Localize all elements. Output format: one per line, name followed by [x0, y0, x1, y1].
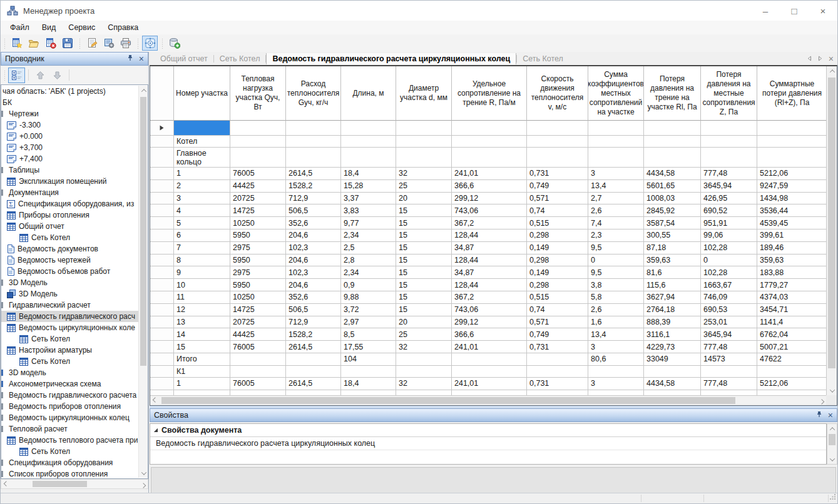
grid-cell[interactable]: 0,149 — [527, 266, 588, 279]
grid-cell[interactable]: 15 — [396, 266, 452, 279]
grid-cell[interactable]: 18,4 — [341, 168, 396, 180]
grid-cell[interactable] — [757, 390, 826, 395]
grid-cell[interactable]: 399,61 — [757, 229, 826, 242]
grid-cell[interactable] — [174, 390, 230, 395]
grid-cell[interactable]: 0 — [588, 255, 644, 267]
tree-item[interactable]: Чертежи — [1, 108, 138, 119]
grid-cell[interactable] — [701, 390, 757, 395]
new-report-icon[interactable] — [9, 36, 24, 51]
tree-item[interactable]: -3.300 — [1, 119, 138, 131]
scrollbar-thumb[interactable] — [161, 397, 735, 404]
grid-cell[interactable]: 299,12 — [452, 316, 527, 329]
scroll-up-icon[interactable] — [827, 424, 837, 433]
row-header-cell[interactable] — [150, 242, 174, 255]
grid-cell[interactable]: 3645,94 — [701, 180, 757, 193]
grid-cell[interactable]: 0,74 — [527, 304, 588, 316]
grid-cell[interactable]: 367,2 — [452, 291, 527, 304]
grid-cell[interactable]: 44425 — [230, 180, 286, 193]
grid-cell[interactable] — [341, 148, 396, 168]
tree-item[interactable]: +3,700 — [1, 142, 138, 153]
grid-cell[interactable]: 0,298 — [527, 255, 588, 267]
grid-cell[interactable]: 14725 — [230, 204, 286, 217]
grid-cell[interactable] — [701, 148, 757, 168]
grid-cell[interactable] — [644, 390, 701, 395]
grid-cell[interactable]: 0,749 — [527, 180, 588, 193]
grid-cell[interactable]: 951,91 — [701, 217, 757, 229]
grid-cell[interactable] — [701, 121, 757, 136]
grid-cell[interactable]: 3 — [588, 168, 644, 180]
resize-grip-icon[interactable] — [829, 493, 836, 502]
row-header-cell[interactable] — [150, 378, 174, 390]
grid-cell[interactable]: 15 — [396, 279, 452, 291]
grid-cell[interactable]: 2764,18 — [644, 304, 701, 316]
grid-cell[interactable] — [588, 390, 644, 395]
move-up-button[interactable] — [32, 68, 49, 83]
grid-cell[interactable]: 15 — [396, 242, 452, 255]
grid-cell[interactable] — [230, 148, 286, 168]
grid-cell[interactable] — [527, 390, 588, 395]
grid-cell[interactable]: 2,6 — [588, 204, 644, 217]
grid-cell[interactable]: Котел — [174, 136, 230, 148]
grid-cell[interactable] — [286, 121, 341, 136]
grid-cell[interactable]: 183,88 — [757, 266, 826, 279]
tree-item[interactable]: Сеть Котел — [1, 232, 138, 243]
menu-item[interactable]: Справка — [101, 22, 145, 33]
tree-item[interactable]: 3D Модель — [1, 288, 138, 300]
column-header[interactable]: Удельное сопротивление на трение R, Па/м — [452, 66, 527, 121]
tree-item[interactable]: +0.000 — [1, 131, 138, 142]
grid-cell[interactable]: 3 — [588, 378, 644, 390]
grid-cell[interactable]: 4374,03 — [757, 291, 826, 304]
close-panel-icon[interactable]: × — [828, 412, 833, 418]
grid-cell[interactable]: 0 — [701, 255, 757, 267]
grid-cell[interactable] — [396, 390, 452, 395]
grid-cell[interactable] — [396, 121, 452, 136]
tree-item[interactable]: Сеть Котел — [1, 356, 138, 367]
menu-item[interactable]: Вид — [36, 22, 63, 33]
document-tab[interactable]: Сеть Котел — [517, 53, 569, 64]
grid-cell[interactable]: 3,37 — [341, 193, 396, 205]
grid-cell[interactable]: 2,5 — [341, 242, 396, 255]
grid-cell[interactable]: 9,5 — [588, 242, 644, 255]
grid-cell[interactable]: 32 — [396, 378, 452, 390]
grid-cell[interactable] — [701, 366, 757, 378]
row-header-cell[interactable] — [150, 390, 174, 395]
row-header-cell[interactable] — [150, 121, 174, 136]
row-header-cell[interactable] — [150, 148, 174, 168]
grid-cell[interactable]: 2 — [174, 180, 230, 193]
grid-cell[interactable] — [396, 366, 452, 378]
grid-cell[interactable]: 0,298 — [527, 279, 588, 291]
grid-cell[interactable] — [644, 136, 701, 148]
grid-cell[interactable]: 2614,5 — [286, 378, 341, 390]
row-header-cell[interactable] — [150, 316, 174, 329]
grid-cell[interactable]: 3,72 — [341, 304, 396, 316]
pin-icon[interactable] — [816, 411, 822, 420]
row-header-cell[interactable] — [150, 204, 174, 217]
grid-cell[interactable] — [341, 390, 396, 395]
grid-cell[interactable]: 241,01 — [452, 341, 527, 353]
grid-cell[interactable]: 34,87 — [452, 242, 527, 255]
grid-cell[interactable]: 5601,65 — [644, 180, 701, 193]
grid-cell[interactable]: 5950 — [230, 279, 286, 291]
grid-cell[interactable] — [286, 136, 341, 148]
grid-cell[interactable]: 690,52 — [701, 204, 757, 217]
row-header-cell[interactable] — [150, 279, 174, 291]
grid-cell[interactable] — [452, 366, 527, 378]
grid-cell[interactable]: 14725 — [230, 304, 286, 316]
grid-cell[interactable]: 2,6 — [588, 304, 644, 316]
properties-icon[interactable] — [84, 36, 100, 51]
grid-cell[interactable]: 5212,06 — [757, 378, 826, 390]
grid-cell[interactable]: 0,515 — [527, 217, 588, 229]
grid-cell[interactable]: 3627,94 — [644, 291, 701, 304]
grid-cell[interactable] — [396, 136, 452, 148]
pin-icon[interactable] — [127, 54, 133, 63]
tree-item[interactable]: 3D модель — [1, 367, 138, 378]
grid-cell[interactable]: 8 — [174, 255, 230, 267]
grid-cell[interactable] — [701, 136, 757, 148]
scroll-down-icon[interactable] — [827, 455, 837, 464]
grid-cell[interactable]: 0,298 — [527, 229, 588, 242]
grid-horizontal-scrollbar[interactable] — [150, 395, 826, 405]
row-header-cell[interactable] — [150, 217, 174, 229]
document-tab[interactable]: Сеть Котел — [214, 53, 266, 64]
grid-cell[interactable]: 0,749 — [527, 328, 588, 341]
grid-cell[interactable]: 15 — [396, 291, 452, 304]
